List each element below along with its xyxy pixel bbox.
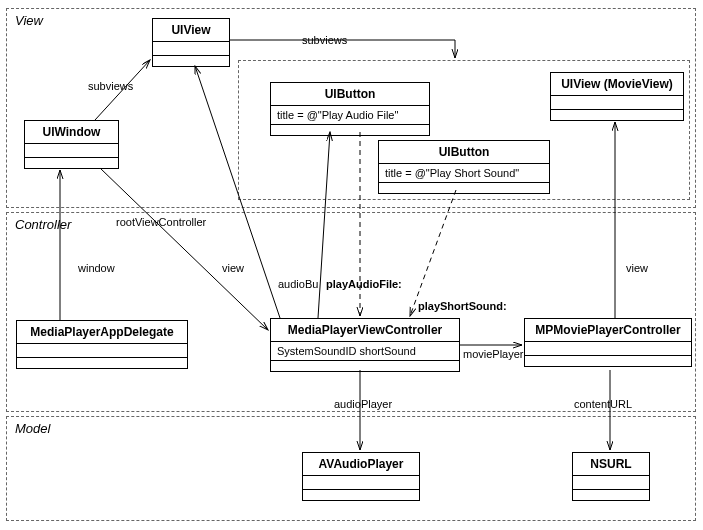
class-nsurl-title: NSURL [573, 453, 649, 476]
label-contenturl: contentURL [574, 398, 632, 410]
label-playshortsound: playShortSound: [418, 300, 507, 312]
class-uiwindow-title: UIWindow [25, 121, 118, 144]
label-movieplayer: moviePlayer [463, 348, 524, 360]
class-appdelegate-title: MediaPlayerAppDelegate [17, 321, 187, 344]
class-movieplayer-title: MPMoviePlayerController [525, 319, 691, 342]
class-uiwindow: UIWindow [24, 120, 119, 169]
class-nsurl-body [573, 476, 649, 490]
class-nsurl: NSURL [572, 452, 650, 501]
class-uiview-title: UIView [153, 19, 229, 42]
class-movieplayer-body [525, 342, 691, 356]
class-uibutton-sound-title: UIButton [379, 141, 549, 164]
class-appdelegate: MediaPlayerAppDelegate [16, 320, 188, 369]
label-rootviewcontroller: rootViewController [116, 216, 206, 228]
class-uibutton-audio: UIButton title = @"Play Audio File" [270, 82, 430, 136]
class-movieplayer: MPMoviePlayerController [524, 318, 692, 367]
class-uiview: UIView [152, 18, 230, 67]
class-uibutton-audio-title: UIButton [271, 83, 429, 106]
class-viewcontroller-body: SystemSoundID shortSound [271, 342, 459, 361]
class-uiview-movie-title: UIView (MovieView) [551, 73, 683, 96]
class-avaudio-title: AVAudioPlayer [303, 453, 419, 476]
class-uiview-body [153, 42, 229, 56]
label-playaudiofile: playAudioFile: [326, 278, 402, 290]
label-view: view [222, 262, 244, 274]
label-window: window [78, 262, 115, 274]
label-subviews1: subviews [88, 80, 133, 92]
class-uiwindow-body [25, 144, 118, 158]
class-viewcontroller-title: MediaPlayerViewController [271, 319, 459, 342]
class-uibutton-audio-body: title = @"Play Audio File" [271, 106, 429, 125]
class-uiview-movie: UIView (MovieView) [550, 72, 684, 121]
class-viewcontroller: MediaPlayerViewController SystemSoundID … [270, 318, 460, 372]
layer-view-label: View [15, 13, 43, 28]
layer-controller: Controller [6, 212, 696, 412]
class-uibutton-sound-body: title = @"Play Short Sound" [379, 164, 549, 183]
layer-model-label: Model [15, 421, 50, 436]
label-audiobutton: audioBu [278, 278, 318, 290]
label-view2: view [626, 262, 648, 274]
class-appdelegate-body [17, 344, 187, 358]
label-audioplayer: audioPlayer [334, 398, 392, 410]
class-avaudio: AVAudioPlayer [302, 452, 420, 501]
class-uibutton-sound: UIButton title = @"Play Short Sound" [378, 140, 550, 194]
class-avaudio-body [303, 476, 419, 490]
class-uiview-movie-body [551, 96, 683, 110]
layer-controller-label: Controller [15, 217, 71, 232]
label-subviews2: subviews [302, 34, 347, 46]
